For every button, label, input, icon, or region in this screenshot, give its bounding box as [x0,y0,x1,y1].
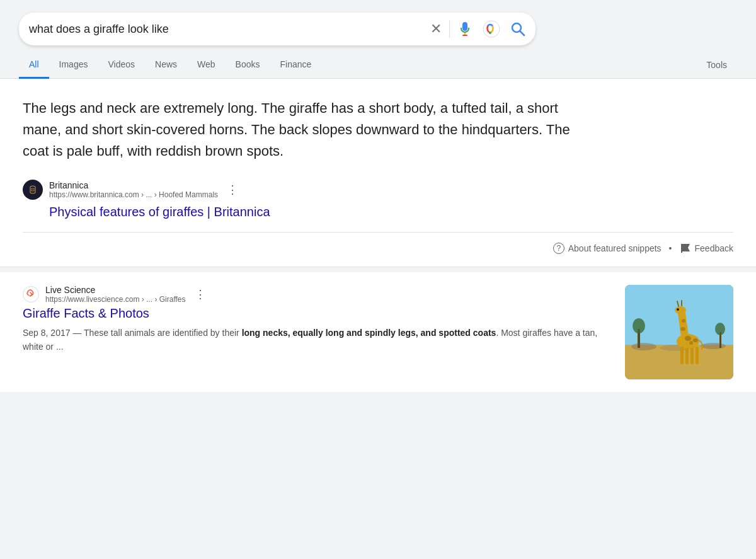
svg-rect-0 [464,33,466,35]
svg-point-27 [689,341,693,345]
svg-rect-19 [696,347,699,364]
tools-button[interactable]: Tools [696,52,737,78]
svg-point-20 [675,306,686,314]
snippet-link[interactable]: Physical features of giraffes | Britanni… [49,205,733,219]
svg-point-2 [483,21,500,37]
result-title[interactable]: Giraffe Facts & Photos [23,306,612,321]
search-input[interactable] [29,23,430,36]
result-source-row: Live Science https://www.livescience.com… [23,285,612,304]
question-icon: ? [553,243,564,254]
tab-web[interactable]: Web [187,52,226,79]
svg-point-29 [682,319,685,323]
microphone-icon[interactable] [457,21,472,37]
snippet-source-row: Britannica https://www.britannica.com › … [23,180,733,200]
snippet-source-info: Britannica https://www.britannica.com › … [49,180,218,199]
tab-books[interactable]: Books [226,52,270,79]
livescience-favicon [23,286,39,303]
search-icons [457,20,525,38]
dot-separator: • [669,243,672,253]
nav-tabs: All Images Videos News Web Books Finance… [0,52,756,79]
tab-news[interactable]: News [145,52,187,79]
svg-point-33 [715,323,725,335]
svg-point-14 [701,343,726,349]
svg-point-31 [633,318,645,333]
result-left: Live Science https://www.livescience.com… [23,285,612,379]
svg-rect-1 [462,35,467,36]
svg-point-12 [631,343,656,350]
main-content: The legs and neck are extremely long. Th… [0,79,756,392]
search-submit-icon[interactable] [510,21,525,37]
snippet-source-url: https://www.britannica.com › ... › Hoofe… [49,190,218,199]
snippet-source-name: Britannica [49,180,218,190]
tab-finance[interactable]: Finance [270,52,322,79]
snippet-text: The legs and neck are extremely long. Th… [23,98,590,162]
svg-point-25 [685,336,691,341]
result-source-menu[interactable]: ⋮ [195,287,206,301]
svg-point-3 [489,32,491,34]
snippet-source-menu[interactable]: ⋮ [227,183,238,197]
result-source-info: Live Science https://www.livescience.com… [45,285,186,304]
tab-images[interactable]: Images [49,52,98,79]
svg-rect-17 [685,348,689,364]
svg-rect-18 [690,348,694,364]
clear-icon[interactable]: ✕ [430,21,442,37]
search-box: ✕ [19,13,536,45]
svg-rect-16 [680,347,684,364]
search-divider [449,20,450,38]
svg-line-5 [520,32,525,36]
search-result-livescience: Live Science https://www.livescience.com… [0,272,756,392]
svg-point-26 [693,338,698,342]
result-description: Sep 8, 2017 — These tall animals are ide… [23,326,612,354]
feedback-label: Feedback [695,243,733,253]
snippet-footer: ? About featured snippets • Feedback [23,232,733,254]
lens-icon[interactable] [483,20,500,38]
svg-rect-8 [681,244,682,253]
search-bar-area: ✕ [0,0,756,52]
result-desc-bold: long necks, equally long and spindly leg… [242,328,496,338]
result-date: Sep 8, 2017 [23,328,71,338]
svg-point-28 [680,327,685,331]
britannica-favicon [23,180,43,200]
result-source-name: Live Science [45,285,186,295]
featured-snippet: The legs and neck are extremely long. Th… [0,79,756,267]
about-snippets-button[interactable]: ? About featured snippets [553,243,662,254]
feedback-icon [680,243,691,253]
result-thumbnail[interactable] [625,285,733,379]
about-snippets-label: About featured snippets [568,243,662,253]
feedback-button[interactable]: Feedback [680,243,733,253]
result-desc-start: — These tall animals are identified by t… [72,328,241,338]
tab-videos[interactable]: Videos [98,52,145,79]
tab-all[interactable]: All [19,52,49,79]
result-source-url: https://www.livescience.com › ... › Gira… [45,295,186,304]
svg-point-24 [677,309,679,310]
